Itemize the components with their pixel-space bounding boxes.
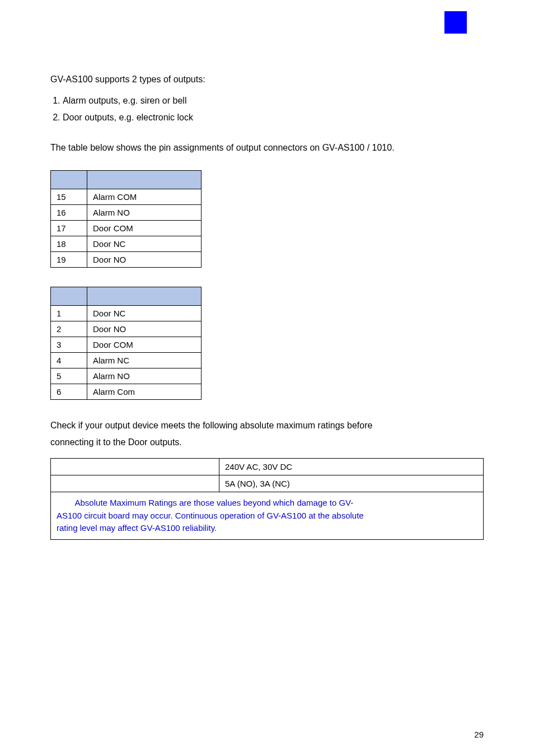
table-header — [87, 171, 202, 189]
table-row: 16Alarm NO — [51, 205, 202, 221]
fn-cell: Door NC — [87, 306, 202, 321]
pin-cell: 2 — [51, 321, 87, 337]
note-text-line2: AS100 circuit board may occur. Continuou… — [57, 511, 364, 520]
pin-cell: 19 — [51, 252, 87, 268]
pin-cell: 15 — [51, 189, 87, 205]
intro-paragraph: GV-AS100 supports 2 types of outputs: — [50, 73, 484, 86]
note-text-line3: rating level may affect GV-AS100 reliabi… — [57, 523, 217, 533]
pin-cell: 6 — [51, 384, 87, 400]
table-header — [51, 287, 87, 306]
table-row: 17Door COM — [51, 221, 202, 236]
table-row: 6Alarm Com — [51, 384, 202, 400]
table-header-row — [51, 287, 202, 306]
fn-cell: Door COM — [87, 221, 202, 236]
outputs-list: Alarm outputs, e.g. siren or bell Door o… — [50, 94, 484, 124]
page: GV-AS100 supports 2 types of outputs: Al… — [0, 0, 534, 756]
fn-cell: Door NC — [87, 236, 202, 252]
list-item: Alarm outputs, e.g. siren or bell — [63, 94, 484, 108]
table-row: 240V AC, 30V DC 5A (NO), 3A (NC) Absolut… — [50, 458, 484, 540]
rating-label — [51, 459, 219, 475]
table-row: 18Door NC — [51, 236, 202, 252]
table-row: 4Alarm NC — [51, 353, 202, 368]
pin-table-a: 15Alarm COM 16Alarm NO 17Door COM 18Door… — [50, 170, 202, 268]
list-item: Door outputs, e.g. electronic lock — [63, 111, 484, 124]
table-row: 15Alarm COM — [51, 189, 202, 205]
table-row: 5A (NO), 3A (NC) — [51, 475, 484, 492]
table-row: 3Door COM — [51, 337, 202, 353]
pin-cell: 1 — [51, 306, 87, 321]
pin-cell: 17 — [51, 221, 87, 236]
pin-cell: 4 — [51, 353, 87, 368]
pin-cell: 16 — [51, 205, 87, 221]
table-row: 240V AC, 30V DC — [51, 459, 484, 475]
rating-value: 240V AC, 30V DC — [219, 459, 484, 475]
table-row: 1Door NC — [51, 306, 202, 321]
ratings-and-note: 240V AC, 30V DC 5A (NO), 3A (NC) Absolut… — [50, 458, 484, 540]
fn-cell: Alarm NC — [87, 353, 202, 368]
header-blue-square — [444, 11, 467, 34]
fn-cell: Door NO — [87, 252, 202, 268]
pin-cell: 3 — [51, 337, 87, 353]
assignment-paragraph: The table below shows the pin assignment… — [50, 141, 484, 155]
table-header-row — [51, 171, 202, 189]
note-box: Absolute Maximum Ratings are those value… — [50, 492, 484, 540]
fn-cell: Alarm COM — [87, 189, 202, 205]
fn-cell: Door COM — [87, 337, 202, 353]
check-paragraph-line1: Check if your output device meets the fo… — [50, 419, 484, 432]
fn-cell: Alarm NO — [87, 368, 202, 384]
table-row: 5Alarm NO — [51, 368, 202, 384]
fn-cell: Alarm Com — [87, 384, 202, 400]
pin-cell: 18 — [51, 236, 87, 252]
ratings-table: 240V AC, 30V DC 5A (NO), 3A (NC) — [50, 458, 484, 492]
pin-cell: 5 — [51, 368, 87, 384]
fn-cell: Door NO — [87, 321, 202, 337]
table-header — [51, 171, 87, 189]
table-row: 19Door NO — [51, 252, 202, 268]
table-row: 2Door NO — [51, 321, 202, 337]
page-number: 29 — [474, 730, 484, 739]
table-header — [87, 287, 202, 306]
rating-label — [51, 475, 219, 492]
pin-table-b: 1Door NC 2Door NO 3Door COM 4Alarm NC 5A… — [50, 287, 202, 400]
rating-value: 5A (NO), 3A (NC) — [219, 475, 484, 492]
fn-cell: Alarm NO — [87, 205, 202, 221]
check-paragraph-line2: connecting it to the Door outputs. — [50, 436, 484, 449]
note-text-line1: Absolute Maximum Ratings are those value… — [57, 498, 353, 507]
